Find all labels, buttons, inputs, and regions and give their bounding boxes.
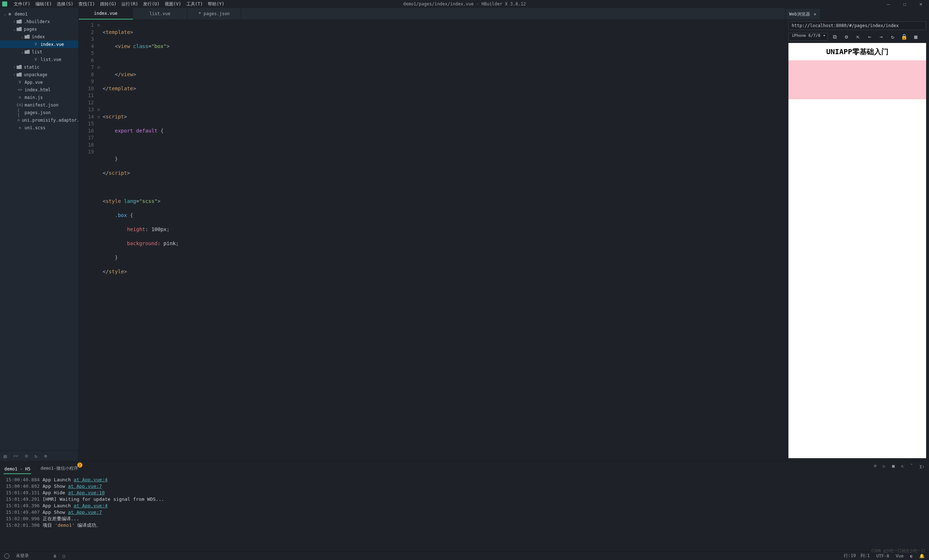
tab-list-vue[interactable]: list.vue [133, 8, 187, 20]
cursor-position: 行:19 列:1 [844, 553, 870, 559]
menu-find[interactable]: 查找(I) [78, 1, 95, 7]
tree-item-label: .hbuilderx [24, 19, 50, 24]
gear-icon[interactable]: ⚙ [842, 33, 851, 41]
tree-item[interactable]: Vindex.vue [0, 40, 78, 48]
menu-select[interactable]: 选择(S) [57, 1, 74, 7]
user-avatar-icon[interactable] [5, 554, 9, 558]
tree-item[interactable]: ◇main.js [0, 93, 78, 101]
menu-goto[interactable]: 跳转(G) [100, 1, 117, 7]
file-icon: V [17, 80, 22, 85]
project-root[interactable]: ⌄ ▣ demo1 [0, 10, 78, 18]
console-log[interactable]: 15:00:40.884 App Launch at App.vue:415:0… [0, 474, 929, 551]
refresh-icon[interactable]: ↻ [888, 33, 897, 41]
window-minimize-button[interactable]: ― [880, 0, 897, 8]
fold-gutter[interactable]: ⊟⊟⊟⊟ [96, 20, 101, 461]
tree-item[interactable]: ⌄index [0, 33, 78, 40]
sync-icon[interactable]: ↻ [34, 453, 37, 459]
tree-item[interactable]: ⌄pages [0, 25, 78, 33]
language-mode[interactable]: Vue [896, 554, 904, 558]
console-tab-h5[interactable]: demo1 - H5 [4, 464, 31, 474]
chevron-icon: › [12, 73, 17, 77]
menu-view[interactable]: 视图(V) [165, 1, 181, 7]
source-link[interactable]: at App.vue:10 [68, 490, 105, 496]
debug-icon[interactable]: ⌾ [25, 453, 28, 459]
tree-item[interactable]: ›.hbuilderx [0, 18, 78, 25]
code-content[interactable]: <template> <view class="box"> </view> </… [101, 20, 785, 461]
preview-frame: UNIAPP零基础入门 [788, 43, 926, 458]
console-tab-wx[interactable]: demo1-微信小程序 2 [40, 463, 78, 474]
grid-icon[interactable]: ▦ [911, 33, 920, 41]
explorer-icon[interactable]: ▤ [4, 453, 6, 459]
tree-item-label: uni.scss [25, 125, 46, 130]
tree-item-label: list [32, 49, 42, 55]
popout-icon[interactable]: ⇱ [901, 464, 904, 469]
tree-item[interactable]: Vlist.vue [0, 56, 78, 63]
console-tab-wx-label: demo1-微信小程序 [40, 466, 78, 471]
source-link[interactable]: at App.vue:7 [68, 483, 102, 489]
chevron-icon: ⌄ [20, 35, 25, 39]
login-status[interactable]: 未登录 [16, 553, 29, 559]
url-input[interactable] [788, 21, 926, 30]
window-title: demo1/pages/index/index.vue - HBuilder X… [403, 2, 526, 6]
encoding[interactable]: UTF-8 [876, 554, 889, 558]
lock-icon[interactable]: 🔒 [899, 33, 909, 41]
tree-item-label: list.vue [40, 57, 61, 62]
close-icon[interactable]: ✕ [814, 12, 816, 17]
stop-icon[interactable]: ■ [892, 464, 895, 469]
collapse-icon[interactable]: ˇ [910, 464, 913, 469]
tree-item[interactable]: <>index.html [0, 86, 78, 93]
browser-tab[interactable]: Web浏览器 ✕ [786, 9, 820, 20]
bug-icon[interactable]: ⌾ [874, 464, 876, 469]
play-icon[interactable]: ▷ [883, 464, 886, 469]
tab-pages-json[interactable]: * pages.json [187, 8, 241, 20]
menu-tools[interactable]: 工具(T) [187, 1, 203, 7]
search-icon[interactable]: ⌕⌕ [13, 453, 18, 459]
window-maximize-button[interactable]: ☐ [897, 0, 913, 8]
console-panel: demo1 - H5 demo1-微信小程序 2 ⌾ ▷ ■ ⇱ ˇ χ₁ 15… [0, 461, 929, 551]
menu-edit[interactable]: 编辑(E) [35, 1, 52, 7]
tree-item[interactable]: ›static [0, 63, 78, 71]
menubar: 文件(F) 编辑(E) 选择(S) 查找(I) 跳转(G) 运行(R) 发行(U… [0, 0, 929, 8]
file-icon: ◇ [17, 125, 22, 130]
outline-icon[interactable]: ≣ [54, 554, 56, 558]
tree-item[interactable]: ◇uni.scss [0, 124, 78, 132]
tab-index-vue[interactable]: index.vue [79, 8, 133, 20]
clear-icon[interactable]: χ₁ [920, 464, 924, 469]
window-close-button[interactable]: ✕ [913, 0, 929, 8]
code-editor[interactable]: 12345678910111213141516171819 ⊟⊟⊟⊟ <temp… [79, 20, 785, 461]
web-browser-panel: Web浏览器 ✕ iPhone 6/7/8 ⧉ ⚙ ⇱ ← → ↻ 🔒 ▦ UN… [785, 8, 929, 461]
project-name: demo1 [14, 12, 28, 17]
tree-item[interactable]: ⌄list [0, 48, 78, 56]
file-icon: ◇ [17, 95, 22, 100]
project-icon: ▣ [7, 12, 12, 17]
source-link[interactable]: at App.vue:4 [74, 503, 108, 508]
menu-help[interactable]: 帮助(Y) [208, 1, 224, 7]
source-link[interactable]: at App.vue:7 [68, 510, 102, 515]
folder-icon [17, 65, 22, 69]
bell-icon[interactable]: 🔔 [919, 554, 924, 558]
tree-item[interactable]: ›unpackage [0, 71, 78, 78]
forward-icon[interactable]: → [876, 33, 886, 41]
export-icon[interactable]: ⇱ [853, 33, 863, 41]
app-logo-icon [2, 2, 7, 6]
back-icon[interactable]: ← [865, 33, 874, 41]
tree-item[interactable]: ◇uni.promisify.adaptor.js [0, 116, 78, 124]
chevron-icon: › [12, 20, 17, 23]
terminal-icon[interactable]: ▢ [63, 554, 65, 558]
new-window-icon[interactable]: ⧉ [830, 33, 839, 41]
tree-item-label: index.html [25, 87, 51, 92]
menu-file[interactable]: 文件(F) [14, 1, 31, 7]
device-select[interactable]: iPhone 6/7/8 [788, 33, 828, 41]
sync-status-icon[interactable]: ◐ [910, 554, 913, 558]
folder-icon [25, 50, 30, 54]
tree-item[interactable]: {o}manifest.json [0, 101, 78, 109]
globe-icon[interactable]: ⊕ [44, 453, 47, 459]
tree-item[interactable]: [ ]pages.json [0, 109, 78, 116]
tree-item-label: static [24, 64, 39, 70]
tree-item[interactable]: VApp.vue [0, 78, 78, 86]
sidebar-toolbar: ▤ ⌕⌕ ⌾ ↻ ⊕ [0, 450, 78, 461]
menu-publish[interactable]: 发行(U) [143, 1, 160, 7]
notification-badge: 2 [77, 462, 83, 468]
source-link[interactable]: at App.vue:4 [74, 477, 108, 482]
menu-run[interactable]: 运行(R) [121, 1, 138, 7]
